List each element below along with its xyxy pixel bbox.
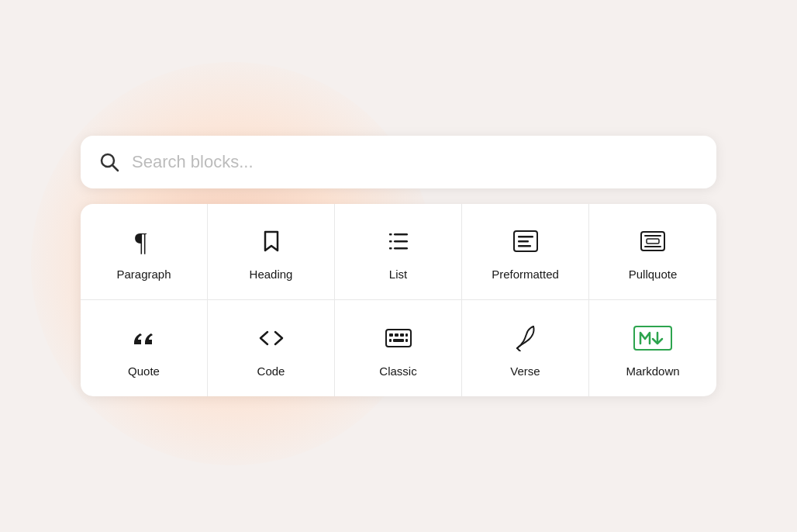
search-icon	[99, 152, 119, 172]
quote-icon	[129, 323, 160, 354]
verse-icon	[510, 323, 541, 354]
block-markdown[interactable]: Markdown	[589, 300, 716, 396]
svg-rect-23	[393, 339, 404, 342]
svg-rect-8	[389, 247, 392, 250]
pullquote-label: Pullquote	[629, 268, 678, 281]
svg-rect-6	[389, 233, 392, 236]
heading-icon	[256, 226, 287, 257]
code-icon	[256, 323, 287, 354]
svg-rect-11	[518, 240, 529, 243]
quote-label: Quote	[128, 364, 160, 378]
svg-rect-4	[394, 240, 408, 243]
paragraph-label: Paragraph	[116, 268, 171, 281]
block-code[interactable]: Code	[208, 300, 335, 396]
svg-rect-5	[394, 247, 408, 250]
preformatted-icon	[510, 226, 541, 257]
svg-line-25	[517, 348, 520, 351]
block-classic[interactable]: Classic	[335, 300, 462, 396]
block-list[interactable]: List	[335, 204, 462, 300]
svg-rect-24	[405, 339, 408, 342]
markdown-label: Markdown	[626, 364, 679, 378]
svg-rect-16	[647, 239, 659, 244]
list-icon	[383, 226, 414, 257]
block-preformatted[interactable]: Preformatted	[462, 204, 589, 300]
list-label: List	[389, 268, 407, 281]
preformatted-label: Preformatted	[492, 268, 559, 281]
svg-rect-17	[386, 330, 411, 347]
block-heading[interactable]: Heading	[208, 204, 335, 300]
classic-icon	[383, 323, 414, 354]
markdown-icon	[637, 323, 668, 354]
blocks-grid: ¶ Paragraph Heading	[81, 204, 716, 396]
svg-rect-20	[400, 333, 404, 337]
heading-label: Heading	[250, 268, 293, 281]
paragraph-icon: ¶	[129, 226, 160, 257]
svg-rect-19	[395, 333, 398, 337]
svg-rect-13	[641, 232, 664, 250]
svg-rect-12	[518, 245, 531, 247]
svg-point-0	[102, 154, 114, 167]
block-verse[interactable]: Verse	[462, 300, 589, 396]
pullquote-icon	[637, 226, 668, 257]
classic-label: Classic	[379, 364, 416, 378]
main-container: ¶ Paragraph Heading	[73, 136, 724, 396]
svg-rect-14	[644, 235, 661, 237]
svg-rect-15	[644, 246, 661, 247]
svg-text:¶: ¶	[135, 227, 147, 255]
code-label: Code	[257, 364, 285, 378]
search-input[interactable]	[132, 152, 698, 172]
svg-rect-3	[394, 233, 408, 236]
svg-rect-10	[518, 236, 533, 238]
block-pullquote[interactable]: Pullquote	[589, 204, 716, 300]
block-paragraph[interactable]: ¶ Paragraph	[81, 204, 208, 300]
svg-rect-22	[389, 339, 392, 342]
svg-rect-21	[405, 333, 408, 337]
svg-line-1	[113, 166, 119, 171]
verse-label: Verse	[510, 364, 540, 378]
svg-rect-7	[389, 240, 392, 243]
svg-rect-18	[389, 333, 393, 337]
search-bar	[81, 136, 716, 188]
block-quote[interactable]: Quote	[81, 300, 208, 396]
